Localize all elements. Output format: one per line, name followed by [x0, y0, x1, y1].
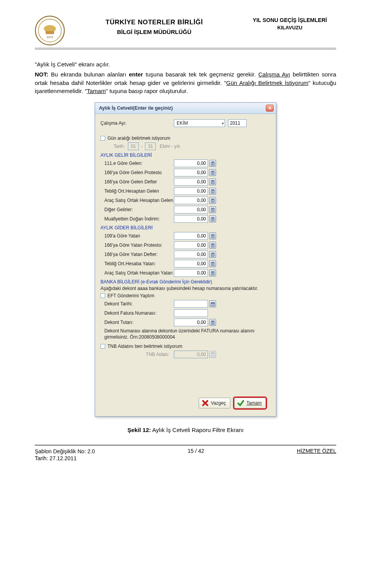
vazgec-button[interactable]: Vazgeç: [199, 398, 230, 408]
calc-button[interactable]: [209, 197, 216, 204]
calc-button[interactable]: [209, 251, 216, 258]
amount-input[interactable]: [174, 159, 208, 167]
svg-point-50: [212, 210, 213, 211]
amount-label: Tebliğ Ort.Hesaba Yatan:: [100, 261, 174, 266]
calc-button[interactable]: [209, 232, 216, 239]
calc-button-disabled: [209, 351, 216, 358]
calc-button[interactable]: [209, 188, 216, 195]
svg-point-26: [212, 183, 213, 183]
amount-input[interactable]: [174, 187, 208, 195]
tamam-button[interactable]: Tamam: [234, 398, 266, 408]
svg-point-110: [212, 323, 212, 324]
amount-label: 166'ya Göre Gelen Protesto: [100, 170, 174, 175]
svg-point-74: [212, 246, 213, 246]
close-button[interactable]: ✕: [266, 105, 274, 112]
svg-point-111: [212, 323, 213, 324]
svg-point-17: [212, 173, 212, 174]
dept-title: BİLGİ İŞLEM MÜDÜRLÜĞÜ: [65, 29, 243, 35]
calc-button[interactable]: [209, 160, 216, 167]
svg-rect-69: [211, 244, 214, 245]
svg-point-9: [212, 164, 212, 164]
dekont-fatura-label: Dekont Fatura Numarası:: [100, 310, 174, 316]
tnb-aidat-checkbox[interactable]: [100, 344, 105, 349]
svg-point-8: [213, 163, 213, 164]
amount-input[interactable]: [174, 241, 208, 249]
amount-input[interactable]: [174, 206, 208, 214]
calc-button[interactable]: [209, 319, 216, 326]
amount-input[interactable]: [174, 215, 208, 223]
month-select[interactable]: EKİM ▾: [174, 119, 225, 127]
banka-section-header: BANKA BİLGİLERİ (e-Evrak Gönderimi İçin …: [100, 279, 271, 285]
amount-input[interactable]: [174, 232, 208, 240]
svg-rect-61: [211, 235, 214, 236]
calc-button[interactable]: [209, 178, 216, 185]
amount-label: 111.e Göre Gelen:: [100, 161, 174, 166]
svg-rect-101: [211, 303, 214, 303]
gun-araligi-checkbox[interactable]: [100, 136, 105, 141]
svg-point-51: [213, 210, 213, 211]
dekont-tarihi-input[interactable]: [174, 300, 208, 308]
tarih-to-input: [145, 142, 156, 150]
svg-point-34: [212, 192, 213, 192]
calc-button[interactable]: [209, 169, 216, 176]
calculator-icon: [211, 171, 215, 175]
svg-point-88: [213, 264, 213, 264]
svg-point-42: [212, 201, 213, 202]
dialog-titlebar[interactable]: Aylık İş Cetveli(Enter ile geçiniz) ✕: [95, 103, 276, 114]
dekont-tutari-input[interactable]: [174, 319, 208, 326]
svg-point-75: [213, 246, 213, 246]
svg-point-86: [212, 264, 212, 264]
amount-row: 109'a Göre Yatan: [100, 232, 271, 240]
svg-point-81: [212, 255, 212, 256]
calc-button[interactable]: [209, 242, 216, 249]
dekont-hint: Dekont Numarası alanına dekontun üzerind…: [104, 328, 271, 340]
amount-label: 166'ya Göre Gelen Defter: [100, 179, 174, 185]
calc-button[interactable]: [209, 206, 216, 213]
amount-input[interactable]: [174, 178, 208, 186]
footer-date: Tarih: 27.12.2011: [35, 455, 95, 462]
svg-point-83: [213, 255, 213, 256]
svg-rect-37: [211, 199, 214, 200]
svg-point-10: [212, 164, 213, 164]
vazgec-label: Vazgeç: [211, 400, 226, 406]
check-icon: [237, 399, 245, 407]
amount-input[interactable]: [174, 197, 208, 204]
amount-row: Tebliğ Ort.Hesaptan Gelen: [100, 187, 271, 195]
svg-point-41: [212, 201, 212, 202]
svg-point-94: [212, 273, 212, 273]
svg-point-35: [213, 192, 213, 192]
amount-label: 166'ya Göre Yatan Defter:: [100, 252, 174, 257]
svg-point-63: [212, 236, 213, 236]
svg-point-7: [212, 163, 213, 164]
calculator-icon: [211, 320, 215, 325]
calculator-icon: [211, 198, 215, 203]
svg-point-31: [212, 191, 213, 191]
amount-input[interactable]: [174, 251, 208, 258]
calc-button[interactable]: [209, 269, 216, 276]
svg-point-22: [212, 182, 212, 182]
eft-checkbox[interactable]: [100, 293, 105, 298]
calc-button[interactable]: [209, 260, 216, 267]
calendar-button[interactable]: 15: [209, 300, 216, 307]
svg-point-18: [212, 173, 213, 174]
calculator-icon: [211, 161, 215, 166]
amount-input[interactable]: [174, 269, 208, 277]
dialog-title: Aylık İş Cetveli(Enter ile geçiniz): [99, 105, 173, 111]
svg-point-48: [213, 210, 213, 210]
dekont-tarihi-label: Dekont Tarihi:: [100, 301, 174, 307]
year-input[interactable]: [228, 119, 247, 127]
calculator-icon: [211, 243, 215, 247]
svg-point-57: [212, 220, 212, 220]
svg-point-49: [212, 210, 212, 211]
amount-input[interactable]: [174, 169, 208, 176]
svg-point-80: [213, 254, 213, 255]
svg-rect-77: [211, 253, 214, 254]
dekont-fatura-input[interactable]: [174, 309, 208, 317]
calc-button[interactable]: [209, 215, 216, 222]
amount-label: 109'a Göre Yatan: [100, 233, 174, 239]
gun-araligi-label: Gün aralığı belirtmek istiyorum: [107, 136, 170, 141]
amount-row: Tebliğ Ort.Hesaba Yatan:: [100, 260, 271, 268]
amount-input[interactable]: [174, 260, 208, 268]
doc-title-1: YIL SONU GEÇİŞ İŞLEMLERİ: [243, 17, 336, 23]
logo-year: 1972: [46, 36, 53, 39]
